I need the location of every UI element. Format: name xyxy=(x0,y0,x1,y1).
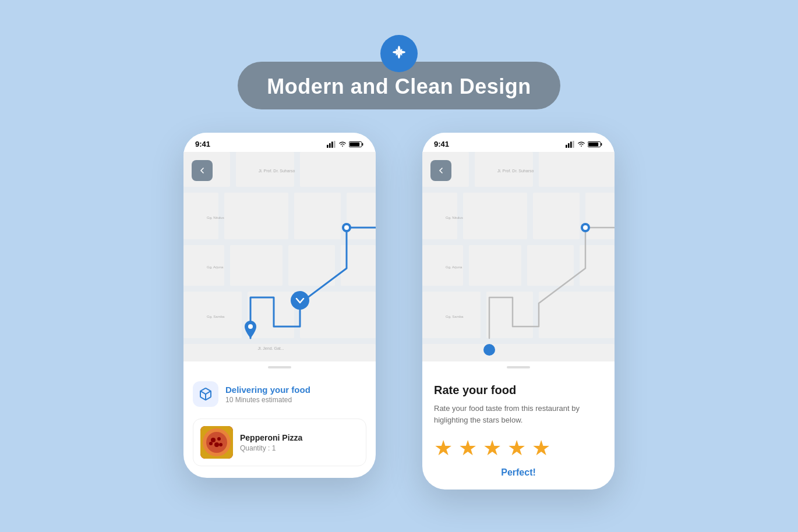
svg-point-70 xyxy=(583,225,588,230)
rating-panel: Rate your food Rate your food taste from… xyxy=(422,373,615,490)
battery-icon-2 xyxy=(588,141,603,148)
svg-point-39 xyxy=(214,442,219,447)
svg-text:Gg. Samba: Gg. Samba xyxy=(446,315,464,318)
phones-container: 9:41 xyxy=(183,133,615,490)
svg-text:Gg. Samba: Gg. Samba xyxy=(207,315,225,318)
status-icons-1 xyxy=(327,141,364,148)
drag-handle-1 xyxy=(268,366,291,368)
phone-1: 9:41 xyxy=(183,133,376,478)
svg-rect-7 xyxy=(349,142,359,146)
time-2: 9:41 xyxy=(434,140,449,148)
svg-text:Gg. Nitulus: Gg. Nitulus xyxy=(446,216,463,219)
food-qty: Quantity : 1 xyxy=(240,444,302,452)
delivery-info: Delivering your food 10 Minutes estimate… xyxy=(225,385,310,404)
svg-text:Jl. Prof. Dr. Suharso: Jl. Prof. Dr. Suharso xyxy=(497,169,534,173)
svg-rect-63 xyxy=(539,292,615,338)
svg-rect-4 xyxy=(334,141,336,148)
svg-rect-13 xyxy=(224,193,288,239)
drag-handle-2 xyxy=(507,366,530,368)
svg-rect-18 xyxy=(288,245,335,286)
svg-text:Gg. Nitulus: Gg. Nitulus xyxy=(207,216,224,219)
star-3[interactable]: ★ xyxy=(483,436,502,460)
wifi-icon-2 xyxy=(577,141,585,148)
svg-text:Gg. Arjuna: Gg. Arjuna xyxy=(446,265,462,269)
back-button-2[interactable] xyxy=(430,160,451,181)
svg-rect-22 xyxy=(300,292,376,338)
svg-rect-14 xyxy=(294,193,341,239)
header-area: Modern and Clean Design xyxy=(238,35,560,109)
food-name: Pepperoni Pizza xyxy=(240,433,302,442)
pizza-image xyxy=(200,426,233,459)
svg-rect-54 xyxy=(463,193,527,239)
status-bar-2: 9:41 xyxy=(422,133,615,152)
delivery-title: Delivering your food xyxy=(225,385,310,395)
time-1: 9:41 xyxy=(195,140,210,148)
svg-rect-1 xyxy=(327,144,329,147)
signal-icon-2 xyxy=(566,141,575,148)
svg-point-38 xyxy=(217,437,221,441)
status-icons-2 xyxy=(566,141,603,148)
badge-icon xyxy=(380,35,418,72)
map-svg-1: Jl. Prof. Dr. Suharso Gg. Nitulus Gg. Ar… xyxy=(183,152,376,361)
phone-2: 9:41 xyxy=(422,133,615,490)
star-1[interactable]: ★ xyxy=(434,436,453,460)
svg-rect-2 xyxy=(329,143,331,148)
box-icon xyxy=(199,387,213,401)
svg-rect-43 xyxy=(568,143,570,148)
svg-point-37 xyxy=(211,438,216,442)
svg-rect-47 xyxy=(601,143,602,146)
map-area-1: Jl. Prof. Dr. Suharso Gg. Nitulus Gg. Ar… xyxy=(183,152,376,361)
svg-point-0 xyxy=(398,51,400,54)
sparkle-icon xyxy=(391,45,407,62)
svg-text:Jl. Prof. Dr. Suharso: Jl. Prof. Dr. Suharso xyxy=(259,169,295,173)
star-4[interactable]: ★ xyxy=(507,436,526,460)
star-5[interactable]: ★ xyxy=(532,436,550,460)
svg-point-40 xyxy=(209,442,213,445)
battery-icon-1 xyxy=(349,141,364,148)
svg-point-41 xyxy=(219,443,223,446)
svg-rect-6 xyxy=(362,143,363,146)
bottom-panel-1: Delivering your food 10 Minutes estimate… xyxy=(183,373,376,478)
svg-rect-3 xyxy=(331,141,333,148)
svg-rect-45 xyxy=(573,141,574,148)
rate-title: Rate your food xyxy=(434,384,603,397)
svg-point-30 xyxy=(344,225,349,230)
svg-point-32 xyxy=(248,324,253,329)
delivery-row: Delivering your food 10 Minutes estimate… xyxy=(193,373,366,415)
perfect-label: Perfect! xyxy=(434,467,603,478)
back-button-1[interactable] xyxy=(192,160,213,181)
svg-rect-11 xyxy=(300,152,376,187)
svg-rect-59 xyxy=(527,245,574,286)
star-2[interactable]: ★ xyxy=(458,436,477,460)
delivery-sub: 10 Minutes estimated xyxy=(225,396,310,404)
wifi-icon-1 xyxy=(338,141,347,148)
svg-rect-15 xyxy=(347,193,376,239)
status-bar-1: 9:41 xyxy=(183,133,376,152)
map-svg-2: Jl. Prof. Dr. Suharso Gg. Nitulus Gg. Ar… xyxy=(422,152,615,361)
svg-rect-56 xyxy=(585,193,615,239)
svg-rect-58 xyxy=(469,245,521,286)
svg-rect-52 xyxy=(539,152,615,187)
pizza-svg xyxy=(200,426,233,459)
svg-rect-64 xyxy=(422,344,615,361)
svg-text:Jl. Jend. Gat...: Jl. Jend. Gat... xyxy=(257,346,284,350)
food-card: Pepperoni Pizza Quantity : 1 xyxy=(193,418,366,466)
svg-rect-48 xyxy=(588,142,598,146)
svg-rect-44 xyxy=(570,141,572,148)
svg-point-31 xyxy=(291,291,309,310)
svg-rect-62 xyxy=(486,292,533,338)
stars-row[interactable]: ★ ★ ★ ★ ★ xyxy=(434,436,603,460)
svg-point-71 xyxy=(483,344,495,356)
signal-icon-1 xyxy=(327,141,336,148)
rate-desc: Rate your food taste from this restauran… xyxy=(434,403,603,425)
map-area-2: Jl. Prof. Dr. Suharso Gg. Nitulus Gg. Ar… xyxy=(422,152,615,361)
delivery-icon-box xyxy=(193,381,218,407)
svg-text:Gg. Arjuna: Gg. Arjuna xyxy=(207,265,224,269)
food-card-info: Pepperoni Pizza Quantity : 1 xyxy=(240,433,302,452)
svg-rect-42 xyxy=(566,144,567,147)
svg-rect-55 xyxy=(533,193,580,239)
svg-rect-17 xyxy=(230,245,283,286)
